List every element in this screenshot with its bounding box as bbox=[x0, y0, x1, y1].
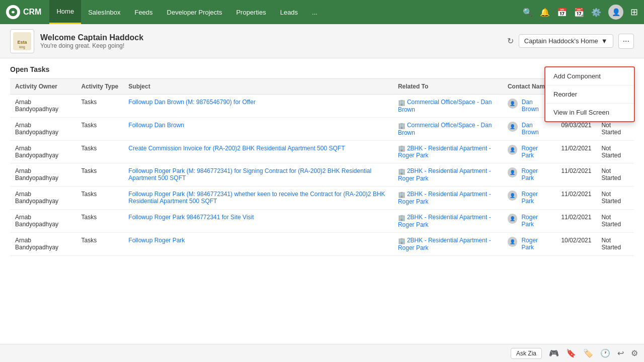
nav-properties[interactable]: Properties bbox=[229, 0, 273, 24]
contact-link[interactable]: Roger Park bbox=[521, 167, 551, 182]
contact-link[interactable]: Dan Brown bbox=[522, 122, 551, 136]
cell-owner: Arnab Bandyopadhyay bbox=[10, 163, 76, 187]
cell-status: Not Started bbox=[596, 140, 634, 163]
contact-link[interactable]: Roger Park bbox=[521, 191, 551, 205]
cell-owner: Arnab Bandyopadhyay bbox=[10, 140, 76, 163]
table-wrapper[interactable]: Activity Owner Activity Type Subject Rel… bbox=[10, 78, 634, 256]
settings-icon[interactable]: ⚙️ bbox=[591, 8, 601, 17]
subject-link[interactable]: Followup Dan Brown bbox=[128, 122, 184, 129]
related-to-link[interactable]: Commercial Office/Space - Dan Brown bbox=[398, 99, 492, 113]
clock-icon[interactable]: 🕐 bbox=[600, 348, 610, 358]
cell-subject[interactable]: Followup Roger Park (M: 9846772341) whet… bbox=[123, 187, 393, 210]
related-to-link[interactable]: 2BHK - Residential Apartment - Roger Par… bbox=[398, 167, 491, 182]
cell-related-to[interactable]: 🏢2BHK - Residential Apartment - Roger Pa… bbox=[393, 232, 503, 255]
gamepad-icon[interactable]: 🎮 bbox=[549, 348, 559, 358]
subject-link[interactable]: Followup Dan Brown (M: 9876546790) for O… bbox=[128, 99, 256, 106]
subject-link[interactable]: Followup Roger Park (M: 9846772341) whet… bbox=[128, 191, 385, 205]
subject-link[interactable]: Followup Roger Park 9846772341 for Site … bbox=[128, 214, 254, 221]
cell-related-to[interactable]: 🏢2BHK - Residential Apartment - Roger Pa… bbox=[393, 140, 503, 163]
contact-link[interactable]: Roger Park bbox=[521, 145, 551, 159]
cell-related-to[interactable]: 🏢2BHK - Residential Apartment - Roger Pa… bbox=[393, 163, 503, 187]
cell-type: Tasks bbox=[76, 140, 123, 163]
grid-icon[interactable]: ⊞ bbox=[630, 7, 638, 18]
cell-contact: 👤 Roger Park bbox=[503, 140, 556, 163]
subject-link[interactable]: Followup Roger Park bbox=[128, 237, 185, 244]
cell-related-to[interactable]: 🏢2BHK - Residential Apartment - Roger Pa… bbox=[393, 210, 503, 233]
cell-subject[interactable]: Followup Dan Brown (M: 9876546790) for O… bbox=[123, 95, 393, 118]
svg-text:Esta: Esta bbox=[17, 40, 27, 45]
related-to-link[interactable]: 2BHK - Residential Apartment - Roger Par… bbox=[398, 214, 491, 228]
cell-owner: Arnab Bandyopadhyay bbox=[10, 187, 76, 210]
dropdown-view-fullscreen[interactable]: View in Full Screen bbox=[545, 104, 634, 121]
related-to-link[interactable]: 2BHK - Residential Apartment - Roger Par… bbox=[398, 145, 491, 159]
tag-icon[interactable]: 🏷️ bbox=[583, 348, 593, 358]
cell-related-to[interactable]: 🏢2BHK - Residential Apartment - Roger Pa… bbox=[393, 187, 503, 210]
subject-link[interactable]: Followup Roger Park (M: 9846772341) for … bbox=[128, 167, 371, 182]
subject-link[interactable]: Create Commission Invoice for (RA-200)2 … bbox=[128, 145, 345, 152]
bell-icon[interactable]: 🔔 bbox=[540, 8, 550, 17]
dropdown-add-component[interactable]: Add Component bbox=[545, 67, 634, 85]
related-to-link[interactable]: Commercial Office/Space - Dan Brown bbox=[398, 122, 492, 136]
cell-subject[interactable]: Followup Dan Brown bbox=[123, 117, 393, 140]
cell-subject[interactable]: Followup Roger Park 9846772341 for Site … bbox=[123, 210, 393, 233]
section-title: Open Tasks bbox=[10, 65, 634, 73]
col-related-to: Related To bbox=[393, 79, 503, 95]
header-left: Esta king Welcome Captain Haddock You're… bbox=[10, 29, 143, 53]
cell-owner: Arnab Bandyopadhyay bbox=[10, 210, 76, 233]
dropdown-reorder[interactable]: Reorder bbox=[545, 85, 634, 104]
status-badge: Not Started bbox=[601, 122, 629, 136]
cell-related-to[interactable]: 🏢Commercial Office/Space - Dan Brown bbox=[393, 117, 503, 140]
nav-home[interactable]: Home bbox=[49, 0, 81, 24]
cell-subject[interactable]: Followup Roger Park (M: 9846772341) for … bbox=[123, 163, 393, 187]
nav-left: CRM Home SalesInbox Feeds Developer Proj… bbox=[6, 0, 325, 24]
table-row: Arnab BandyopadhyayTasksCreate Commissio… bbox=[10, 140, 634, 163]
table-row: Arnab BandyopadhyayTasksFollowup Roger P… bbox=[10, 210, 634, 233]
nav-more[interactable]: ... bbox=[305, 0, 325, 24]
table-row: Arnab BandyopadhyayTasksFollowup Dan Bro… bbox=[10, 95, 634, 118]
contact-avatar: 👤 bbox=[508, 214, 517, 224]
calendar-icon[interactable]: 📆 bbox=[574, 8, 584, 17]
cell-status: Not Started bbox=[596, 232, 634, 255]
cell-contact: 👤 Roger Park bbox=[503, 163, 556, 187]
cell-status: Not Started bbox=[596, 210, 634, 233]
cell-type: Tasks bbox=[76, 210, 123, 233]
crm-logo[interactable]: CRM bbox=[6, 5, 41, 19]
nav-salesinbox[interactable]: SalesInbox bbox=[81, 0, 127, 24]
tasks-table: Activity Owner Activity Type Subject Rel… bbox=[10, 78, 634, 256]
building-icon: 🏢 bbox=[398, 122, 405, 129]
cell-status: Not Started bbox=[596, 163, 634, 187]
contact-link[interactable]: Roger Park bbox=[521, 214, 551, 228]
home-dropdown[interactable]: Captain Haddock's Home ▼ bbox=[519, 34, 613, 48]
cell-related-to[interactable]: 🏢Commercial Office/Space - Dan Brown bbox=[393, 95, 503, 118]
cell-due-date: 11/02/2021 bbox=[556, 140, 596, 163]
history-icon[interactable]: ↩ bbox=[617, 348, 624, 358]
contact-avatar: 👤 bbox=[508, 122, 518, 132]
welcome-subtitle: You're doing great. Keep going! bbox=[40, 42, 143, 49]
settings2-icon[interactable]: ⚙ bbox=[631, 348, 638, 358]
crm-logo-icon bbox=[6, 5, 20, 19]
status-badge: Not Started bbox=[601, 145, 629, 159]
bookmark-icon[interactable]: 🔖 bbox=[566, 348, 576, 358]
building-icon: 🏢 bbox=[398, 145, 405, 152]
welcome-text: Welcome Captain Haddock You're doing gre… bbox=[40, 33, 143, 49]
table-row: Arnab BandyopadhyayTasksFollowup Roger P… bbox=[10, 187, 634, 210]
more-options-button[interactable]: ··· bbox=[618, 34, 634, 49]
contact-link[interactable]: Roger Park bbox=[521, 237, 551, 251]
nav-developer-projects[interactable]: Developer Projects bbox=[160, 0, 229, 24]
user-avatar[interactable]: 👤 bbox=[608, 5, 623, 20]
cell-subject[interactable]: Followup Roger Park bbox=[123, 232, 393, 255]
status-badge: Not Started bbox=[601, 214, 629, 228]
col-activity-owner: Activity Owner bbox=[10, 79, 76, 95]
refresh-icon[interactable]: ↻ bbox=[507, 36, 514, 46]
cell-subject[interactable]: Create Commission Invoice for (RA-200)2 … bbox=[123, 140, 393, 163]
search-icon[interactable]: 🔍 bbox=[523, 8, 533, 17]
bottom-bar: Ask Zia 🎮 🔖 🏷️ 🕐 ↩ ⚙ bbox=[0, 344, 644, 362]
ask-zia-button[interactable]: Ask Zia bbox=[511, 348, 542, 359]
nav-leads[interactable]: Leads bbox=[273, 0, 305, 24]
related-to-link[interactable]: 2BHK - Residential Apartment - Roger Par… bbox=[398, 191, 491, 205]
calendar-add-icon[interactable]: 📅 bbox=[557, 8, 567, 17]
building-icon: 🏢 bbox=[398, 99, 405, 106]
col-activity-type: Activity Type bbox=[76, 79, 123, 95]
related-to-link[interactable]: 2BHK - Residential Apartment - Roger Par… bbox=[398, 237, 491, 251]
nav-feeds[interactable]: Feeds bbox=[127, 0, 159, 24]
